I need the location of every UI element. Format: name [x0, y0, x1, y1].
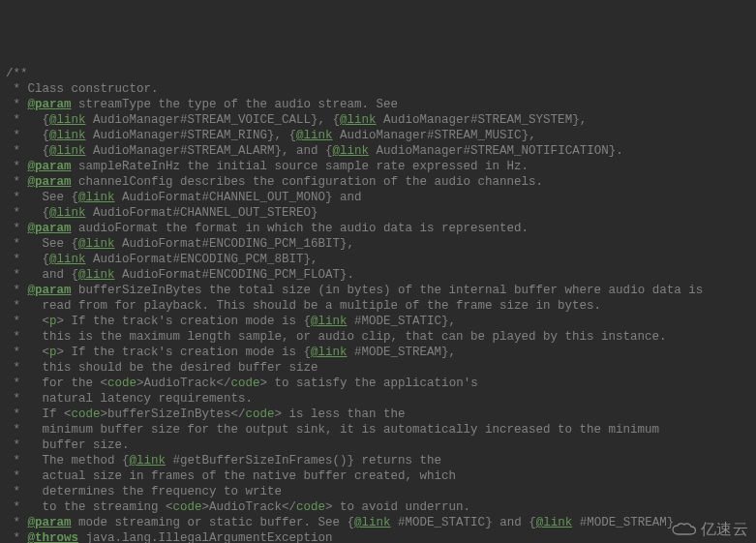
- javadoc-tag: @param: [28, 175, 72, 189]
- link-tag: @link: [78, 237, 115, 251]
- link-tag: @link: [78, 268, 115, 282]
- comment-line: * this should be the desired buffer size: [6, 361, 318, 375]
- link-tag: @link: [340, 113, 377, 127]
- link-tag: @link: [49, 144, 86, 158]
- link-tag: @link: [49, 113, 86, 127]
- javadoc-tag: @param: [28, 222, 72, 235]
- comment-line: * this is the maximum length sample, or …: [6, 330, 667, 344]
- comment-line: * actual size in frames of the native bu…: [6, 469, 456, 483]
- javadoc-tag: @param: [28, 98, 72, 111]
- link-tag: @link: [49, 253, 86, 266]
- javadoc-tag: @param: [28, 160, 72, 173]
- watermark-text: 亿速云: [701, 522, 749, 537]
- link-tag: @link: [49, 206, 86, 220]
- link-tag: @link: [49, 129, 86, 142]
- code-block: /** * Class constructor. * @param stream…: [6, 66, 750, 543]
- cloud-icon: [672, 523, 697, 536]
- comment-line: * minimum buffer size for the output sin…: [6, 423, 659, 437]
- javadoc-tag: @param: [28, 284, 72, 297]
- link-tag: @link: [296, 129, 333, 142]
- link-tag: @link: [333, 144, 370, 158]
- comment-line: * natural latency requirements.: [6, 392, 253, 406]
- comment-line: * buffer size.: [6, 438, 130, 452]
- link-tag: @link: [78, 191, 115, 204]
- javadoc-tag: @throws: [28, 531, 79, 543]
- watermark: 亿速云: [672, 522, 749, 537]
- comment-line: * read from for playback. This should be…: [6, 299, 601, 313]
- comment-line: /**: [6, 67, 28, 80]
- comment-line: * determines the frequency to write: [6, 485, 282, 498]
- comment-line: * Class constructor.: [6, 82, 159, 96]
